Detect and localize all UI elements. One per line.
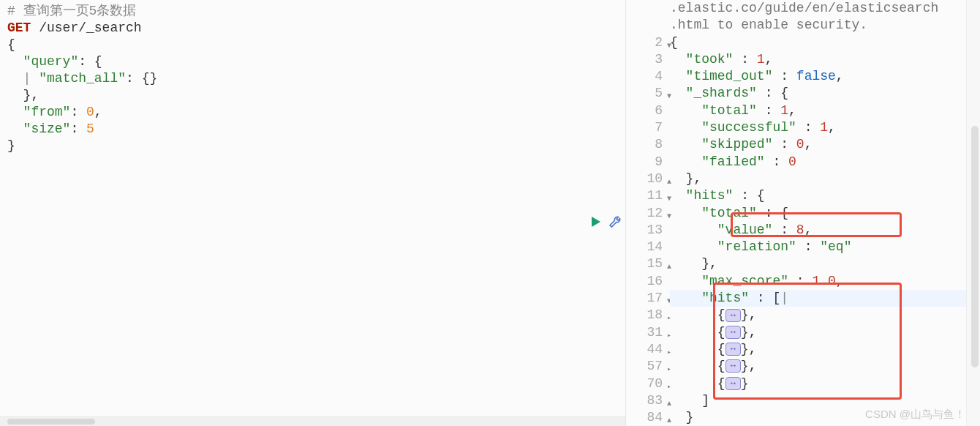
code-line: { xyxy=(670,34,980,51)
line-number: 31▸ xyxy=(626,324,670,341)
svg-marker-0 xyxy=(592,217,600,227)
line-number: 84▲ xyxy=(626,409,670,426)
size-val: 5 xyxy=(86,122,94,136)
code-line: "skipped" : 0, xyxy=(670,136,980,153)
line-number: 83▲ xyxy=(626,392,670,409)
brace-open: { xyxy=(7,37,618,53)
vertical-scrollbar[interactable] xyxy=(966,0,980,426)
scrollbar-thumb[interactable] xyxy=(971,126,979,367)
code-line: "value" : 8, xyxy=(670,222,980,239)
horizontal-scrollbar[interactable] xyxy=(0,416,625,426)
code-line: "hits" : { xyxy=(670,187,980,204)
brace-close: } xyxy=(7,138,618,154)
fold-badge-icon[interactable]: ↔ xyxy=(725,359,741,373)
request-editor[interactable]: # 查询第一页5条数据 GET /user/_search { "query":… xyxy=(0,0,625,157)
line-number: 3 xyxy=(626,51,670,68)
size-key: "size" xyxy=(23,122,71,136)
line-number: 13 xyxy=(626,222,670,239)
code-line: "timed_out" : false, xyxy=(670,68,980,85)
comment-text: 查询第一页5条数据 xyxy=(23,4,137,18)
scrollbar-thumb[interactable] xyxy=(7,419,95,425)
match-all-val: : {} xyxy=(126,71,157,86)
code-line: {↔}, xyxy=(670,324,980,341)
notice-line-1: .elastic.co/guide/en/elasticsearch xyxy=(670,0,980,17)
line-number: 5▼ xyxy=(626,85,670,102)
code-line: "total" : { xyxy=(670,205,980,222)
fold-badge-icon[interactable]: ↔ xyxy=(725,326,741,339)
fold-badge-icon[interactable]: ↔ xyxy=(725,377,741,390)
line-number: 9 xyxy=(626,154,670,171)
line-number: 15▲ xyxy=(626,255,670,272)
fold-badge-icon[interactable]: ↔ xyxy=(725,343,741,356)
line-number: 2▼ xyxy=(626,34,670,51)
from-val: 0 xyxy=(86,105,94,119)
code-line: "successful" : 1, xyxy=(670,119,980,136)
code-line: "max_score" : 1.0, xyxy=(670,273,980,290)
code-line: ] xyxy=(670,392,980,409)
line-number: 44▸ xyxy=(626,341,670,358)
code-line: }, xyxy=(670,255,980,272)
code-line: {↔}, xyxy=(670,341,980,358)
code-line: "failed" : 0 xyxy=(670,154,980,171)
fold-badge-icon[interactable]: ↔ xyxy=(725,309,741,322)
line-number: 12▼ xyxy=(626,205,670,222)
wrench-icon[interactable] xyxy=(608,215,622,228)
run-icon[interactable] xyxy=(589,215,603,228)
line-number: 10▲ xyxy=(626,171,670,187)
line-number: 6 xyxy=(626,102,670,119)
query-key: "query" xyxy=(23,54,79,69)
line-number: 14 xyxy=(626,239,670,255)
http-method: GET xyxy=(7,20,31,35)
from-key: "from" xyxy=(23,105,71,119)
response-editor[interactable]: .elastic.co/guide/en/elasticsearch .html… xyxy=(670,0,980,426)
code-line: "relation" : "eq" xyxy=(670,239,980,255)
request-path: /user/_search xyxy=(31,20,141,35)
code-line: "_shards" : { xyxy=(670,85,980,102)
line-number: 70▸ xyxy=(626,375,670,392)
line-number: 11▼ xyxy=(626,187,670,204)
line-number: 57▸ xyxy=(626,358,670,375)
watermark-text: CSDN @山鸟与鱼！ xyxy=(865,408,965,422)
line-number: 16 xyxy=(626,273,670,290)
code-line: "took" : 1, xyxy=(670,51,980,68)
response-panel: 2▼345▼678910▲11▼12▼131415▲1617▼18▸31▸44▸… xyxy=(625,0,980,426)
line-number: 18▸ xyxy=(626,307,670,324)
code-line: "hits" : [| xyxy=(670,290,980,307)
code-line: {↔}, xyxy=(670,307,980,324)
line-number: 8 xyxy=(626,136,670,153)
match-all-key: "match_all" xyxy=(39,71,126,86)
line-gutter: 2▼345▼678910▲11▼12▼131415▲1617▼18▸31▸44▸… xyxy=(626,0,670,426)
line-number: 17▼ xyxy=(626,290,670,307)
line-number: 4 xyxy=(626,68,670,85)
code-line: {↔} xyxy=(670,375,980,392)
request-editor-panel[interactable]: # 查询第一页5条数据 GET /user/_search { "query":… xyxy=(0,0,625,426)
line-number: 7 xyxy=(626,119,670,136)
code-line: {↔}, xyxy=(670,358,980,375)
code-line: }, xyxy=(670,171,980,187)
code-line: "total" : 1, xyxy=(670,102,980,119)
comment-prefix: # xyxy=(7,4,23,18)
notice-line-2: .html to enable security. xyxy=(670,17,980,34)
